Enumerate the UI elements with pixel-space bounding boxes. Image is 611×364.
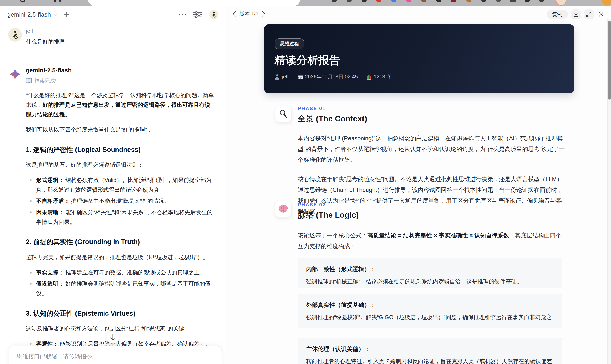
logic-card-2: 外部真实性（前提基础）： 强调推理的“经验校准”。解决“GIGO（垃圾进，垃圾出… <box>298 294 562 328</box>
section-1-heading: 1. 逻辑的严密性 (Logical Soundness) <box>26 144 214 155</box>
section-2-lead: 逻辑再完美，如果前提是错误的，推理也是垃圾（即“垃圾进，垃圾出”）。 <box>26 252 214 262</box>
browser-extension-icon[interactable] <box>391 0 397 2</box>
calendar-icon <box>297 74 303 79</box>
meta-date: 2026年01月08日 02:45 <box>297 73 358 80</box>
logic-card-3: 主体伦理（认识美德）： 转向推理者的心理特征。引入奥卡姆剃刀和反向论证，旨在克服… <box>298 338 562 364</box>
new-chat-button[interactable] <box>64 12 69 17</box>
report-badge: 思维过程 <box>275 39 304 49</box>
browser-extension-icon[interactable] <box>510 0 516 2</box>
chat-message-list[interactable]: jeff 什么是好的推理 gemini-2.5-flash <box>0 23 226 364</box>
user-message-name: jeff <box>26 27 214 35</box>
logic-card-1-title: 内部一致性（形式逻辑）： <box>306 265 554 273</box>
intro-paragraph: “什么是好的推理？”这是一个涉及逻辑学、认知科学和哲学核心的问题。简单来说，好的… <box>26 91 214 119</box>
browser-reload-icon[interactable] <box>20 0 25 2</box>
composer[interactable]: 思维接口已就绪，请传输指令。 <box>9 346 222 364</box>
bar-chart-icon <box>366 74 372 79</box>
person-icon <box>275 74 280 79</box>
model-selector[interactable]: gemini-2.5-flash <box>7 11 69 18</box>
browser-extension-icon[interactable] <box>421 0 426 2</box>
browser-extension-icon[interactable] <box>346 0 352 2</box>
browser-extension-icon[interactable] <box>525 0 530 2</box>
download-icon <box>573 12 579 17</box>
browser-extension-icon[interactable] <box>466 0 472 2</box>
bullet-dot <box>30 272 32 273</box>
ai-message-name: gemini-2.5-flash <box>26 67 214 74</box>
list-item: 形式逻辑：结构必须有效（Valid）。比如演绎推理中，如果前提全部为真，那么通过… <box>26 175 214 195</box>
composer-placeholder: 思维接口已就绪，请传输指令。 <box>16 353 214 360</box>
copy-button[interactable]: 复制 <box>546 10 568 19</box>
report-hero-card: 思维过程 精读分析报告 jeff 2026年01月08日 02:45 1213 … <box>264 24 574 93</box>
magnifier-icon <box>279 109 288 118</box>
bullet-dot <box>30 179 32 181</box>
user-avatar[interactable] <box>209 10 218 19</box>
logic-card-2-title: 外部真实性（前提基础）： <box>306 301 554 309</box>
browser-extension-icon[interactable] <box>602 0 611 6</box>
browser-extension-icon[interactable] <box>406 0 412 2</box>
expand-icon <box>586 12 592 17</box>
section-1-lead: 这是推理的基石。好的推理必须遵循逻辑法则： <box>26 160 214 170</box>
section-2-list: 事实支撑：推理建立在可靠的数据、准确的观测或公认的真理之上。 假设透明：好的推理… <box>26 268 214 298</box>
report-meta: jeff 2026年01月08日 02:45 1213 字 <box>275 73 392 80</box>
browser-extension-icon[interactable] <box>539 0 544 2</box>
close-icon <box>598 12 604 17</box>
meta-author: jeff <box>275 74 289 80</box>
browser-profile-avatar[interactable] <box>556 0 566 6</box>
logic-card-2-body: 强调推理的“经验校准”。解决“GIGO（垃圾进，垃圾出）”问题，确保推理引擎运行… <box>306 312 554 328</box>
user-message-text: 什么是好的推理 <box>26 37 214 46</box>
section-2-heading: 2. 前提的真实性 (Grounding in Truth) <box>26 236 214 247</box>
ai-message: gemini-2.5-flash 精读完成! “什么是好的推理？”这是一个涉及逻… <box>0 67 226 364</box>
browser-extension-icon[interactable] <box>59 0 62 2</box>
list-item: 假设透明：好的推理会明确指明哪些是已知事实，哪些是基于可能的假设。 <box>26 279 214 298</box>
artifact-scrollbar[interactable] <box>607 19 611 364</box>
brain-icon <box>279 205 288 213</box>
logic-card-1-body: 强调推理的“机械正确”。结论必须在给定的规则系统内逻辑自洽，这是推理的硬件基础。 <box>306 276 554 287</box>
browser-extension-icon[interactable] <box>451 0 456 2</box>
bullet-dot <box>30 211 32 213</box>
phase1-heading: 全景 (The Context) <box>298 114 566 124</box>
phase2-icon-box <box>275 201 292 217</box>
browser-extension-icon[interactable] <box>362 0 367 2</box>
chat-panel: gemini-2.5-flash <box>0 6 226 364</box>
download-button[interactable] <box>571 10 581 19</box>
dimensions-intro: 我们可以从以下四个维度来衡量什么是“好的推理”： <box>26 125 214 134</box>
chat-header: gemini-2.5-flash <box>0 6 226 23</box>
phase2-label: PHASE 02 <box>298 202 566 208</box>
more-options-icon[interactable] <box>179 14 186 15</box>
phase2-section: PHASE 02 脉络 (The Logic) 该论述基于一个核心公式：高质量结… <box>298 202 566 252</box>
bullet-dot <box>30 283 32 285</box>
browser-extension-icon[interactable] <box>481 0 486 2</box>
bullet-dot <box>30 200 32 202</box>
browser-extension-icon[interactable] <box>496 0 501 2</box>
timeline-connector <box>283 124 283 199</box>
ai-status-line: 精读完成! <box>26 77 214 84</box>
prev-version-button[interactable] <box>233 11 236 16</box>
logic-card-1: 内部一致性（形式逻辑）： 强调推理的“机械正确”。结论必须在给定的规则系统内逻辑… <box>298 258 562 288</box>
browser-toolbar <box>0 0 611 6</box>
phase2-heading: 脉络 (The Logic) <box>298 210 566 221</box>
gemini-logo-icon <box>8 67 22 81</box>
version-label: 版本 1/1 <box>239 10 258 17</box>
browser-extension-icon[interactable] <box>376 0 381 2</box>
user-message: jeff 什么是好的推理 <box>0 27 226 46</box>
address-bar[interactable] <box>88 0 301 6</box>
section-3-lead: 这涉及推理者的心态和方法论，也是区分“杠精”和“思想家”的关键： <box>26 324 214 334</box>
ai-status-text: 精读完成! <box>34 77 56 84</box>
settings-sliders-icon[interactable] <box>193 11 202 18</box>
list-item: 因果清晰：能准确区分“相关性”和“因果关系”，不会轻率地将先后发生的事情归为因果… <box>26 208 214 227</box>
browser-extension-icon[interactable] <box>332 0 337 2</box>
section-3-heading: 3. 认知的公正性 (Epistemic Virtues) <box>26 308 214 319</box>
close-button[interactable] <box>597 10 605 19</box>
bullet-dot <box>30 343 32 345</box>
scrollbar-thumb[interactable] <box>608 21 611 100</box>
browser-extension-icon[interactable] <box>54 0 56 2</box>
chevron-down-icon <box>54 13 58 16</box>
panel-divider <box>226 6 226 364</box>
phase2-paragraph: 该论述基于一个核心公式：高质量结论 = 结构完整性 × 事实准确性 × 认知自律… <box>298 230 566 252</box>
phase1-icon-box <box>275 106 292 122</box>
scroll-to-bottom-button[interactable] <box>107 331 119 343</box>
list-item: 不自相矛盾：推理链条中不能出现“既是又非”的情况。 <box>26 196 214 206</box>
fullscreen-button[interactable] <box>584 10 594 19</box>
browser-extension-icon[interactable] <box>436 0 442 2</box>
next-version-button[interactable] <box>262 11 265 16</box>
section-1-list: 形式逻辑：结构必须有效（Valid）。比如演绎推理中，如果前提全部为真，那么通过… <box>26 175 214 227</box>
